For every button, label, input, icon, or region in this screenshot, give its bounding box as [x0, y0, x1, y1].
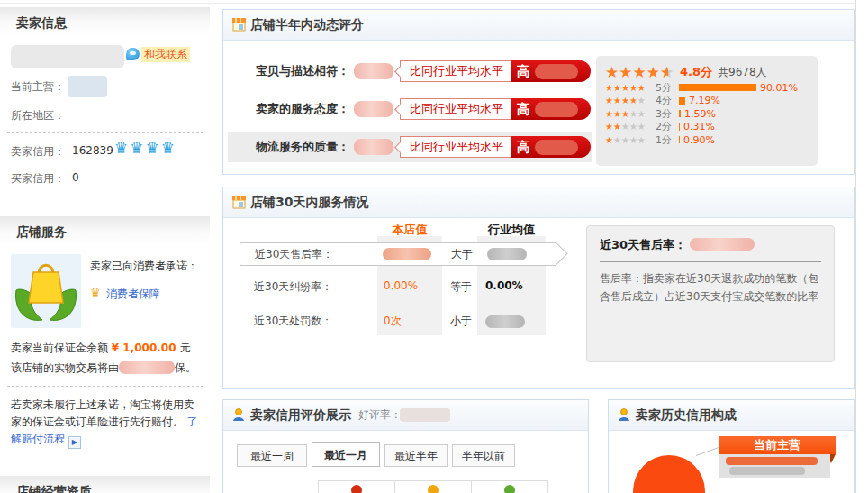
redacted-main-business [68, 76, 107, 97]
rating-dist-row: ★★★★★ 3分 1.59% [605, 107, 809, 121]
seller-profile-page: 卖家信息 和我联系 当前主营： 所在地区： 卖家信用： 162839 ♛♛♛♛ … [0, 0, 868, 493]
overall-rating: ★★★★★★ 4.8分 共9678人 [605, 63, 809, 81]
tab-before-half-year[interactable]: 半年以前 [452, 444, 515, 467]
percent-bar [679, 110, 681, 117]
redacted-guarantor [119, 361, 175, 374]
callout-banner: 当前主营 [719, 436, 836, 454]
rating-table-cell-praise [318, 480, 395, 493]
region-label: 所在地区： [11, 108, 65, 123]
consumer-protection-image [11, 254, 81, 331]
after-sale-rate-row[interactable]: 近30天售后率： 大于 [240, 242, 557, 266]
service-panel-header: 店铺30天内服务情况 [223, 187, 854, 218]
rating-dist-row: ★★★★★ 5分 90.01% [605, 81, 809, 95]
tab-last-half-year[interactable]: 最近半年 [384, 444, 448, 467]
review-panel: 卖家信用评价展示 好评率： 最近一周 最近一月 最近半年 半年以前 [222, 399, 589, 493]
divider [7, 386, 203, 387]
play-icon[interactable]: ▶ [68, 436, 81, 449]
notch-arrow-icon [394, 104, 406, 115]
deposit-amount: ¥ 1,000.00 [112, 342, 176, 354]
promise-label: 卖家已向消费者承诺： [90, 259, 198, 274]
industry-compare-banner: 比同行业平均水平 高 [400, 136, 591, 158]
compensation-text: 若卖家未履行上述承诺，淘宝将使用卖家的保证金或订单险进行先行赔付。 了解赔付流程… [11, 397, 203, 449]
seller-credit-label: 卖家信用： [11, 144, 65, 160]
guarantee-medal-icon: ♛ [90, 286, 101, 299]
review-panel-header: 卖家信用评价展示 好评率： [223, 400, 588, 431]
store-col-header: 本店值 [377, 222, 442, 238]
dsr-panel-header: 店铺半年内动态评分 [223, 10, 854, 41]
divider [600, 261, 821, 262]
redacted-score [354, 101, 393, 117]
stars-icon: ★★★★★ [605, 96, 656, 105]
person-icon [617, 407, 632, 423]
after-sale-info-box: 近30天售后率： 售后率：指卖家在近30天退款成功的笔数（包含售后成立）占近30… [586, 225, 835, 362]
callout-value-box [719, 454, 830, 478]
deposit-prefix: 卖家当前保证金余额 [11, 342, 108, 354]
redacted-positive-rate [400, 408, 450, 422]
neutral-icon [428, 485, 439, 493]
service-panel-title: 店铺30天内服务情况 [250, 195, 368, 211]
redacted-percent [535, 64, 578, 79]
shop-icon [231, 17, 247, 32]
contact-me-button[interactable]: 和我联系 [141, 47, 190, 62]
industry-compare-banner: 比同行业平均水平 高 [400, 60, 591, 82]
tab-last-week[interactable]: 最近一周 [237, 444, 307, 467]
shop-icon [231, 195, 247, 210]
notch-arrow-icon [394, 142, 406, 153]
consumer-guarantee-link[interactable]: 消费者保障 [106, 287, 160, 302]
percent-bar [679, 123, 680, 131]
redacted-category-sub [729, 467, 805, 475]
row-arrow-icon [546, 242, 567, 264]
buyer-credit-label: 买家信用： [11, 171, 65, 187]
buyer-credit-value: 0 [72, 171, 79, 184]
stars-icon: ★★★★★ [605, 122, 656, 132]
history-panel: 卖家历史信用构成 当前主营 [608, 399, 855, 493]
negative-icon [504, 485, 515, 493]
dsr-row-label: 卖家的服务态度： [223, 97, 349, 121]
redacted-category [726, 457, 818, 465]
rating-dist-row: ★★★★★ 1分 0.90% [605, 133, 809, 147]
overall-score: 4.8分 [680, 64, 712, 80]
qualification-header: 店铺经营资质 [0, 476, 210, 493]
positive-rate-label: 好评率： [358, 400, 402, 430]
percent-bar [679, 97, 685, 105]
dsr-panel: 店铺半年内动态评分 宝贝与描述相符： 比同行业平均水平 高 卖家的服务态度： 比… [222, 9, 855, 175]
rating-table-cell-negative [471, 480, 548, 493]
service-panel: 店铺30天内服务情况 本店值 行业均值 近30天售后率： 大于 近30天纠纷率：… [222, 187, 855, 389]
seller-credit-value: 162839 [72, 144, 113, 157]
redacted-seller-name [11, 45, 124, 68]
redacted-score [354, 139, 393, 155]
redacted-industry-value [485, 315, 525, 328]
redacted-percent [535, 140, 578, 155]
dsr-row-label: 宝贝与描述相符： [223, 59, 349, 83]
callout-connector [696, 446, 722, 456]
dsr-row-label: 物流服务的质量： [223, 135, 349, 159]
dsr-panel-title: 店铺半年内动态评分 [250, 17, 364, 33]
redacted-industry-value [487, 248, 527, 260]
history-panel-title: 卖家历史信用构成 [636, 407, 737, 424]
notch-arrow-icon [394, 66, 406, 78]
person-icon [231, 407, 247, 423]
review-panel-title: 卖家信用评价展示 [250, 407, 351, 424]
industry-col-header: 行业均值 [477, 222, 546, 238]
deposit-suffix: 元 [179, 342, 190, 354]
credit-pie-chart [633, 455, 705, 493]
history-panel-header: 卖家历史信用构成 [609, 400, 854, 431]
stars-icon: ★★★★★ [605, 135, 656, 145]
crown-icon: ♛♛♛♛ [114, 139, 176, 157]
stars-icon: ★★★★★ [605, 109, 656, 119]
info-box-description: 售后率：指卖家在近30天退款成功的笔数（包含售后成立）占近30天支付宝成交笔数的… [600, 269, 821, 306]
rating-dist-row: ★★★★★ 2分 0.31% [605, 121, 809, 134]
shop-service-header: 店铺服务 [0, 216, 210, 245]
industry-compare-banner: 比同行业平均水平 高 [400, 98, 591, 120]
deposit-note: 该店铺的实物交易将由保。 [11, 361, 210, 376]
rating-summary-box: ★★★★★★ 4.8分 共9678人 ★★★★★ 5分 90.01% ★★★★★… [596, 56, 818, 166]
deposit-line: 卖家当前保证金余额 ¥ 1,000.00 元 [11, 341, 204, 356]
wangwang-icon[interactable] [126, 48, 140, 60]
redacted-score [354, 63, 393, 79]
divider [7, 132, 203, 133]
seller-info-header: 卖家信息 [0, 7, 210, 36]
main-business-label: 当前主营： [11, 79, 65, 95]
percent-bar [679, 136, 680, 143]
rating-dist-row: ★★★★★ 4分 7.19% [605, 95, 809, 108]
tab-last-month[interactable]: 最近一月 [312, 442, 380, 467]
